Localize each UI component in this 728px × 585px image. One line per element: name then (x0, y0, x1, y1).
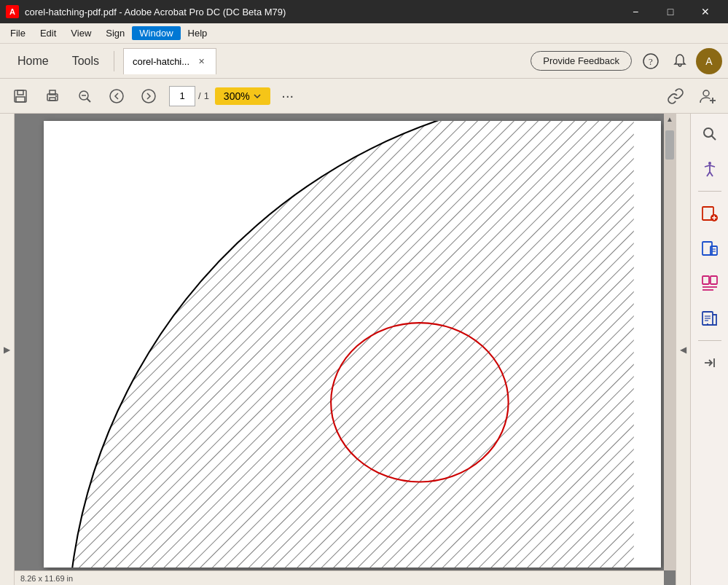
panel-divider-1 (698, 191, 721, 192)
back-button[interactable] (102, 82, 131, 111)
accessibility-button[interactable] (695, 154, 724, 184)
total-pages: 1 (204, 90, 209, 101)
menu-edit[interactable]: Edit (33, 26, 63, 40)
more-tools-button[interactable] (695, 304, 724, 333)
title-bar: A corel-hatching-pdf.pdf - Adobe Acrobat… (0, 0, 728, 23)
zoom-level-text: 300% (224, 90, 250, 102)
document-tab[interactable]: corel-hatchi... ✕ (123, 48, 216, 74)
bell-icon (672, 53, 688, 69)
page-number-input[interactable] (169, 86, 195, 106)
svg-point-8 (55, 95, 57, 97)
toolbar: / 1 300% ··· (0, 79, 728, 114)
more-options-button[interactable]: ··· (273, 82, 302, 111)
main-area: ▶ (0, 114, 728, 585)
doc-tab-label: corel-hatchi... (133, 56, 189, 67)
right-arrow-icon: ◀ (680, 345, 686, 355)
menu-help[interactable]: Help (181, 26, 215, 40)
pdf-viewer[interactable]: ▲ 8.26 x 11.69 in (15, 114, 676, 585)
svg-rect-4 (16, 97, 25, 102)
close-button[interactable]: ✕ (689, 0, 722, 23)
scroll-up-arrow[interactable]: ▲ (665, 114, 675, 125)
chevron-down-icon (253, 92, 262, 101)
save-button[interactable] (6, 82, 35, 111)
zoom-level-button[interactable]: 300% (215, 87, 270, 105)
save-icon (12, 88, 28, 104)
tab-bar: Home Tools corel-hatchi... ✕ Provide Fee… (0, 44, 728, 79)
organize-icon (700, 274, 719, 293)
question-icon: ? (643, 53, 659, 69)
pdf-content (44, 121, 661, 568)
home-button[interactable]: Home (6, 49, 60, 74)
page-navigation: / 1 (169, 86, 209, 106)
forward-button[interactable] (134, 82, 163, 111)
svg-rect-3 (17, 90, 23, 95)
magnify-icon (701, 125, 719, 143)
collapse-icon (702, 355, 718, 371)
svg-text:?: ? (649, 56, 653, 67)
help-button[interactable]: ? (638, 48, 664, 74)
link-icon (667, 87, 684, 105)
tools-button[interactable]: Tools (60, 49, 111, 74)
zoom-out-icon (77, 88, 93, 104)
panel-divider-2 (698, 340, 721, 341)
menu-sign[interactable]: Sign (98, 26, 132, 40)
export-button[interactable] (695, 234, 724, 263)
organize-button[interactable] (695, 269, 724, 298)
left-panel-toggle[interactable]: ▶ (0, 114, 15, 585)
svg-point-12 (110, 90, 123, 103)
svg-rect-32 (711, 276, 717, 284)
accessibility-icon (701, 160, 719, 178)
back-icon (109, 88, 125, 104)
svg-point-20 (704, 128, 713, 137)
left-arrow-icon: ▶ (4, 345, 10, 355)
menu-view[interactable]: View (63, 26, 98, 40)
add-person-icon (698, 87, 717, 106)
app-logo: A (6, 5, 19, 18)
svg-line-10 (87, 98, 91, 102)
forward-icon (141, 88, 157, 104)
notifications-button[interactable] (667, 48, 693, 74)
share-link-button[interactable] (661, 82, 690, 111)
scroll-thumb-v[interactable] (665, 130, 674, 160)
svg-point-22 (708, 162, 711, 165)
tab-separator (114, 51, 114, 71)
window-title: corel-hatching-pdf.pdf - Adobe Acrobat P… (25, 7, 286, 17)
print-icon (44, 88, 60, 104)
right-panel (690, 114, 728, 585)
pdf-page (44, 121, 661, 568)
find-text-button[interactable] (695, 119, 724, 149)
export-icon (700, 239, 719, 258)
right-panel-toggle[interactable]: ◀ (676, 114, 690, 585)
pdf-edit-icon (700, 204, 719, 223)
menu-window[interactable]: Window (132, 26, 180, 40)
svg-line-21 (711, 136, 716, 141)
svg-rect-7 (50, 98, 55, 101)
provide-feedback-button[interactable]: Provide Feedback (531, 51, 632, 71)
user-avatar[interactable]: A (696, 48, 722, 74)
minimize-button[interactable]: − (619, 0, 652, 23)
collapse-panel-button[interactable] (695, 348, 724, 377)
more-tools-icon (700, 309, 719, 328)
status-bar: 8.26 x 11.69 in (15, 570, 664, 585)
svg-rect-31 (702, 276, 709, 284)
tab-close-button[interactable]: ✕ (195, 55, 207, 67)
svg-point-13 (142, 90, 155, 103)
print-button[interactable] (38, 82, 67, 111)
add-person-button[interactable] (693, 82, 722, 111)
pdf-edit-button[interactable] (695, 199, 724, 228)
zoom-out-button[interactable] (70, 82, 99, 111)
svg-point-14 (703, 90, 709, 96)
vertical-scrollbar[interactable]: ▲ (664, 114, 676, 570)
page-separator: / (198, 90, 201, 101)
page-dimensions: 8.26 x 11.69 in (20, 574, 73, 583)
menu-bar: File Edit View Sign Window Help (0, 23, 728, 44)
maximize-button[interactable]: □ (654, 0, 687, 23)
menu-file[interactable]: File (3, 26, 33, 40)
